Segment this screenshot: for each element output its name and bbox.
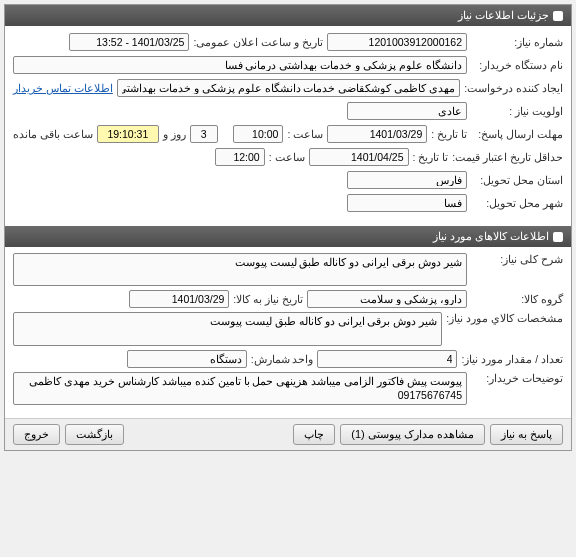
respond-button[interactable]: پاسخ به نیاز (490, 424, 563, 445)
niaz-no-label: شماره نیاز: (471, 36, 563, 48)
spec-field[interactable] (13, 312, 442, 345)
countdown-field (97, 125, 159, 143)
main-fields: شماره نیاز: تاریخ و ساعت اعلان عمومی: نا… (5, 26, 571, 226)
contact-link[interactable]: اطلاعات تماس خریدار (13, 82, 113, 94)
province-field[interactable] (347, 171, 467, 189)
group-field[interactable] (307, 290, 467, 308)
button-bar: پاسخ به نیاز مشاهده مدارک پیوستی (1) چاپ… (5, 418, 571, 450)
goods-fields: شرح کلی نیاز: گروه کالا: تاریخ نیاز به ک… (5, 247, 571, 418)
announce-field[interactable] (69, 33, 189, 51)
desc-label: شرح کلی نیاز: (471, 253, 563, 265)
goods-header-title: اطلاعات کالاهای مورد نیاز (433, 230, 549, 243)
to-date-1-field[interactable] (327, 125, 427, 143)
spec-label: مشخصات کالاي مورد نیاز: (446, 312, 563, 324)
need-date-label: تاریخ نیاز به کالا: (233, 293, 303, 305)
niaz-no-field[interactable] (327, 33, 467, 51)
window-title: جزئیات اطلاعات نیاز (458, 9, 549, 22)
info-icon (553, 11, 563, 21)
back-button[interactable]: بازگشت (65, 424, 124, 445)
desc-field[interactable] (13, 253, 467, 286)
deadline-send-label: مهلت ارسال پاسخ: (471, 128, 563, 140)
time-label-1: ساعت : (287, 128, 323, 140)
group-label: گروه کالا: (471, 293, 563, 305)
time-label-2: ساعت : (269, 151, 305, 163)
to-date-label-2: تا تاریخ : (413, 151, 449, 163)
days-count-field[interactable] (190, 125, 218, 143)
niaz-details-window: جزئیات اطلاعات نیاز شماره نیاز: تاریخ و … (4, 4, 572, 451)
days-and-label: روز و (163, 128, 186, 140)
list-icon (553, 232, 563, 242)
goods-header: اطلاعات کالاهای مورد نیاز (5, 226, 571, 247)
province-label: استان محل تحویل: (471, 174, 563, 186)
min-deadline-label: حداقل تاریخ اعتبار قیمت: (452, 151, 563, 163)
time-1-field[interactable] (233, 125, 283, 143)
time-2-field[interactable] (215, 148, 265, 166)
attachments-button[interactable]: مشاهده مدارک پیوستی (1) (340, 424, 485, 445)
exit-button[interactable]: خروج (13, 424, 60, 445)
unit-label: واحد شمارش: (251, 353, 314, 365)
print-button[interactable]: چاپ (293, 424, 335, 445)
to-date-2-field[interactable] (309, 148, 409, 166)
need-date-field[interactable] (129, 290, 229, 308)
city-field[interactable] (347, 194, 467, 212)
remaining-label: ساعت باقی مانده (13, 128, 93, 140)
org-field[interactable] (13, 56, 467, 74)
org-label: نام دستگاه خریدار: (471, 59, 563, 71)
priority-label: اولویت نیاز : (471, 105, 563, 117)
requester-field[interactable] (117, 79, 460, 97)
announce-label: تاریخ و ساعت اعلان عمومی: (193, 36, 323, 48)
qty-label: تعداد / مقدار مورد نیاز: (461, 353, 563, 365)
buyer-notes-field[interactable] (13, 372, 467, 405)
unit-field[interactable] (127, 350, 247, 368)
qty-field[interactable] (317, 350, 457, 368)
buyer-notes-label: توضیحات خریدار: (471, 372, 563, 384)
city-label: شهر محل تحویل: (471, 197, 563, 209)
requester-label: ایجاد کننده درخواست: (464, 82, 563, 94)
window-header: جزئیات اطلاعات نیاز (5, 5, 571, 26)
priority-field[interactable] (347, 102, 467, 120)
to-date-label-1: تا تاریخ : (431, 128, 467, 140)
